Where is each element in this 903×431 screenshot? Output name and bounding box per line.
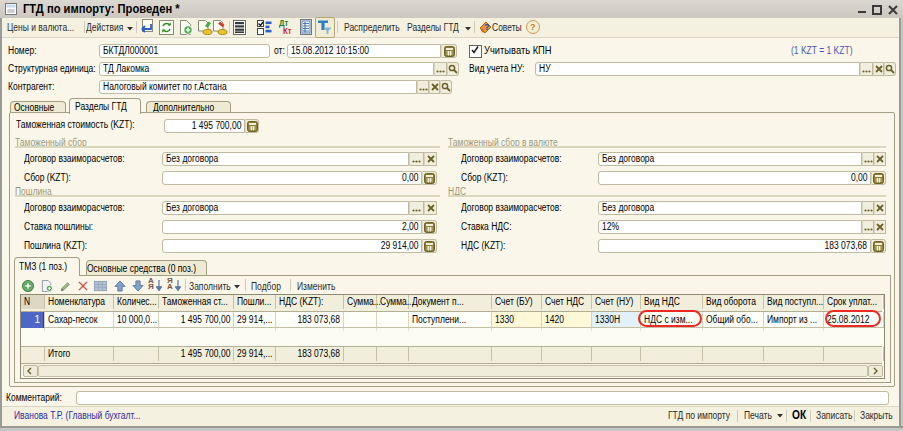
svg-text:?: ? — [484, 22, 490, 32]
